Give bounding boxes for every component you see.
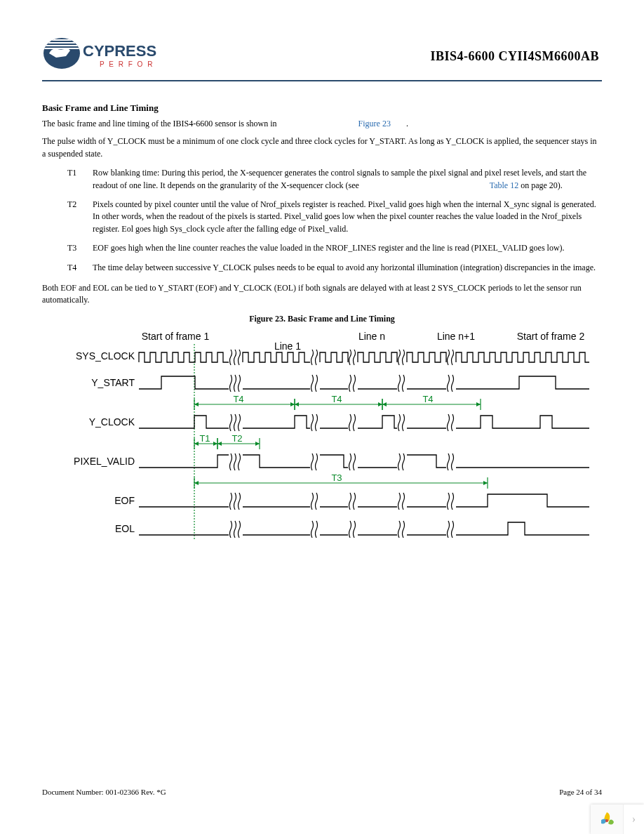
svg-rect-4 <box>42 45 81 46</box>
widget-logo-icon[interactable] <box>591 805 623 834</box>
para1-text: The basic frame and line timing of the I… <box>42 119 277 128</box>
svg-marker-35 <box>194 481 199 485</box>
signal-eof: EOF <box>114 493 589 510</box>
t1-text: Row blanking time: During this period, t… <box>93 167 602 192</box>
svg-rect-3 <box>42 42 81 44</box>
label-line-1: Line 1 <box>274 340 301 352</box>
t1-tail: on page 20). <box>521 180 563 190</box>
t3-label: T3 <box>67 242 93 254</box>
signal-y-clock: Y_CLOCK <box>89 414 589 431</box>
intro-paragraph-1: The basic frame and line timing of the I… <box>42 118 602 130</box>
t3-text: EOF goes high when the line counter reac… <box>93 242 602 254</box>
widget-next-button[interactable]: › <box>623 805 644 834</box>
t4-text: The time delay between successive Y_CLOC… <box>93 262 602 274</box>
t4-annotations: T4 T4 T4 <box>194 394 481 410</box>
svg-marker-36 <box>483 481 488 485</box>
signal-pixel-valid: PIXEL_VALID <box>74 454 589 470</box>
t1-t2-annotations: T1 T2 <box>194 433 260 449</box>
t2-text: Pixels counted by pixel counter until th… <box>93 199 602 235</box>
label-start-of-frame-2: Start of frame 2 <box>517 331 585 342</box>
t4-label: T4 <box>67 262 93 274</box>
timing-diagram: .sig { stroke:#000; stroke-width:1.3; fi… <box>56 329 602 549</box>
svg-marker-31 <box>255 442 260 446</box>
intro-paragraph-2: The pulse width of Y_CLOCK must be a min… <box>42 135 602 160</box>
t3-row: T3 EOF goes high when the line counter r… <box>67 242 602 254</box>
footer-page-number: Page 24 of 34 <box>559 788 602 796</box>
timing-definitions: T1 Row blanking time: During this period… <box>67 167 602 274</box>
document-title: IBIS4-6600 CYII4SM6600AB <box>430 49 602 64</box>
svg-rect-2 <box>42 39 81 41</box>
viewer-widget: › <box>591 805 644 834</box>
sys-clock-label: SYS_CLOCK <box>76 350 135 362</box>
svg-marker-21 <box>476 402 481 406</box>
label-line-n1: Line n+1 <box>437 331 475 342</box>
svg-marker-25 <box>194 442 199 446</box>
svg-marker-20 <box>382 402 387 406</box>
svg-marker-15 <box>295 402 299 406</box>
t3-anno: T3 <box>331 472 342 483</box>
figure-23-link[interactable]: Figure 23 <box>358 119 391 128</box>
logo: CYPRESS P E R F O R M <box>42 35 158 77</box>
page: CYPRESS P E R F O R M IBIS4-6600 CYII4SM… <box>0 0 644 834</box>
signal-eol: EOL <box>115 521 589 538</box>
brand-sub: P E R F O R M <box>100 60 158 68</box>
svg-rect-5 <box>42 48 81 49</box>
cypress-logo-icon: CYPRESS P E R F O R M <box>42 35 158 77</box>
svg-marker-11 <box>290 402 295 406</box>
figure-caption: Figure 23. Basic Frame and Line Timing <box>42 314 602 324</box>
t3-annotation: T3 <box>194 472 488 489</box>
t4-label-1: T4 <box>233 394 243 404</box>
t1-row: T1 Row blanking time: During this period… <box>67 167 602 192</box>
t4-row: T4 The time delay between successive Y_C… <box>67 262 602 274</box>
svg-marker-26 <box>213 442 217 446</box>
label-start-of-frame-1: Start of frame 1 <box>142 331 210 342</box>
signal-sys-clock: SYS_CLOCK <box>76 350 589 365</box>
eol-label: EOL <box>115 523 135 534</box>
page-footer: Document Number: 001-02366 Rev. *G Page … <box>42 788 602 796</box>
brand-main: CYPRESS <box>83 42 156 60</box>
page-header: CYPRESS P E R F O R M IBIS4-6600 CYII4SM… <box>42 35 602 81</box>
label-line-n: Line n <box>358 331 385 342</box>
svg-marker-10 <box>194 402 199 406</box>
table-12-link[interactable]: Table 12 <box>490 180 518 190</box>
y-clock-label: Y_CLOCK <box>89 416 135 428</box>
svg-marker-30 <box>217 442 222 446</box>
svg-marker-16 <box>378 402 382 406</box>
footer-doc-number: Document Number: 001-02366 Rev. *G <box>42 788 166 796</box>
y-start-label: Y_START <box>91 377 135 388</box>
pixel-valid-label: PIXEL_VALID <box>74 456 135 467</box>
eof-label: EOF <box>114 495 135 506</box>
t2-label: T2 <box>67 199 93 235</box>
t1-anno: T1 <box>199 433 210 444</box>
closing-paragraph: Both EOF and EOL can be tied to Y_START … <box>42 282 602 307</box>
t1-label: T1 <box>67 167 93 192</box>
signal-y-start: Y_START <box>91 375 589 392</box>
t2-anno: T2 <box>232 433 242 444</box>
t4-label-2: T4 <box>331 394 342 404</box>
t2-row: T2 Pixels counted by pixel counter until… <box>67 199 602 235</box>
chevron-right-icon: › <box>632 813 636 826</box>
section-heading: Basic Frame and Line Timing <box>42 102 602 114</box>
t4-label-3: T4 <box>422 394 433 404</box>
svg-point-37 <box>605 819 608 822</box>
para1-end: . <box>406 119 408 128</box>
